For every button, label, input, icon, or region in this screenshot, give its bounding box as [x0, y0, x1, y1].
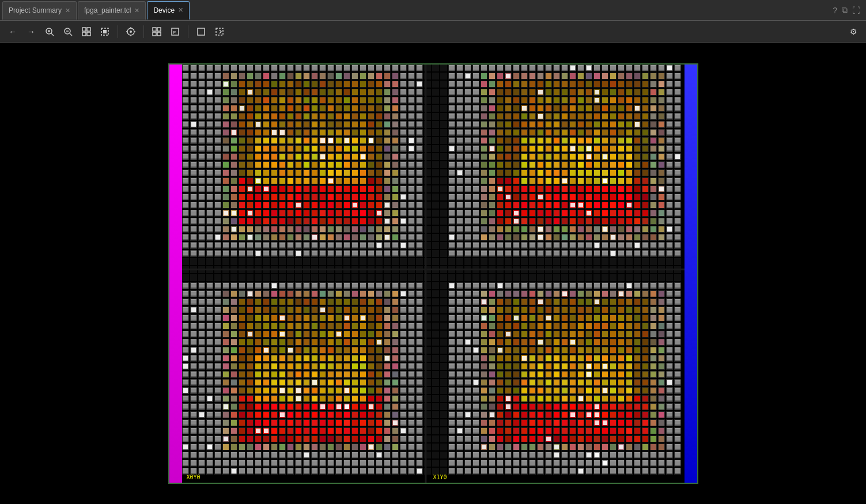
coord-x1y0: X1Y0 — [433, 474, 447, 480]
select-button[interactable] — [193, 24, 209, 40]
fit-page-icon — [82, 27, 91, 36]
tab-label: Device — [153, 6, 175, 14]
svg-rect-19 — [153, 28, 156, 31]
select-icon — [196, 27, 206, 36]
svg-point-14 — [130, 31, 132, 33]
zoom-in-button[interactable] — [41, 24, 58, 40]
svg-rect-8 — [87, 28, 90, 31]
tab-close-device[interactable]: ✕ — [178, 7, 183, 13]
toolbar-separator-3 — [188, 25, 188, 38]
tab-bar-actions: ? ⧉ ⛶ — [833, 5, 866, 15]
svg-rect-20 — [157, 28, 161, 31]
svg-rect-22 — [157, 32, 161, 36]
toolbar-separator-2 — [143, 25, 144, 38]
device-view: X0Y0 X1Y0 — [168, 63, 698, 484]
zoom-in-icon — [45, 27, 54, 36]
grid-view-button[interactable] — [149, 24, 165, 40]
svg-rect-10 — [87, 32, 90, 36]
tab-close-project-summary[interactable]: ✕ — [65, 7, 70, 14]
help-icon[interactable]: ? — [833, 6, 837, 15]
forward-button[interactable]: → — [23, 24, 39, 40]
tab-fpga-painter[interactable]: fpga_painter.tcl ✕ — [78, 1, 146, 20]
pblock-button[interactable]: P — [167, 24, 183, 40]
left-io-bar — [169, 65, 182, 483]
svg-text:P: P — [173, 30, 176, 35]
target-icon — [126, 27, 135, 36]
svg-rect-26 — [216, 28, 223, 35]
settings-button[interactable]: ⚙ — [845, 24, 861, 40]
drag-select-button[interactable] — [211, 24, 228, 40]
right-io-bar — [685, 65, 697, 483]
zoom-out-icon — [63, 27, 73, 36]
fullscreen-icon[interactable]: ⛶ — [852, 6, 860, 15]
svg-line-3 — [51, 33, 54, 36]
svg-rect-7 — [82, 28, 86, 31]
drag-select-icon — [215, 27, 224, 36]
fit-selection-button[interactable] — [97, 24, 113, 40]
fit-page-button[interactable] — [78, 24, 94, 40]
svg-rect-9 — [82, 32, 86, 36]
fpga-grid-area — [182, 65, 685, 483]
toolbar: ← → — [0, 21, 866, 43]
coord-x0y0: X0Y0 — [187, 474, 201, 480]
tab-device[interactable]: Device ✕ — [147, 1, 190, 20]
tab-project-summary[interactable]: Project Summary ✕ — [2, 1, 77, 20]
svg-line-6 — [70, 33, 72, 36]
tab-bar: Project Summary ✕ fpga_painter.tcl ✕ Dev… — [0, 0, 866, 21]
grid-view-icon — [152, 27, 161, 36]
main-canvas: X0Y0 X1Y0 — [0, 43, 866, 504]
restore-icon[interactable]: ⧉ — [842, 5, 848, 15]
tab-label: fpga_painter.tcl — [84, 6, 131, 14]
target-button[interactable] — [123, 24, 139, 40]
toolbar-separator-1 — [118, 25, 118, 38]
tab-label: Project Summary — [9, 6, 62, 14]
svg-rect-12 — [103, 30, 107, 33]
fpga-visualization — [182, 65, 685, 483]
pblock-icon: P — [171, 27, 180, 36]
zoom-out-button[interactable] — [60, 24, 76, 40]
back-button[interactable]: ← — [5, 24, 21, 40]
svg-rect-25 — [198, 28, 205, 35]
tab-close-fpga-painter[interactable]: ✕ — [134, 7, 139, 14]
fit-selection-icon — [100, 27, 109, 36]
svg-rect-21 — [153, 32, 156, 36]
